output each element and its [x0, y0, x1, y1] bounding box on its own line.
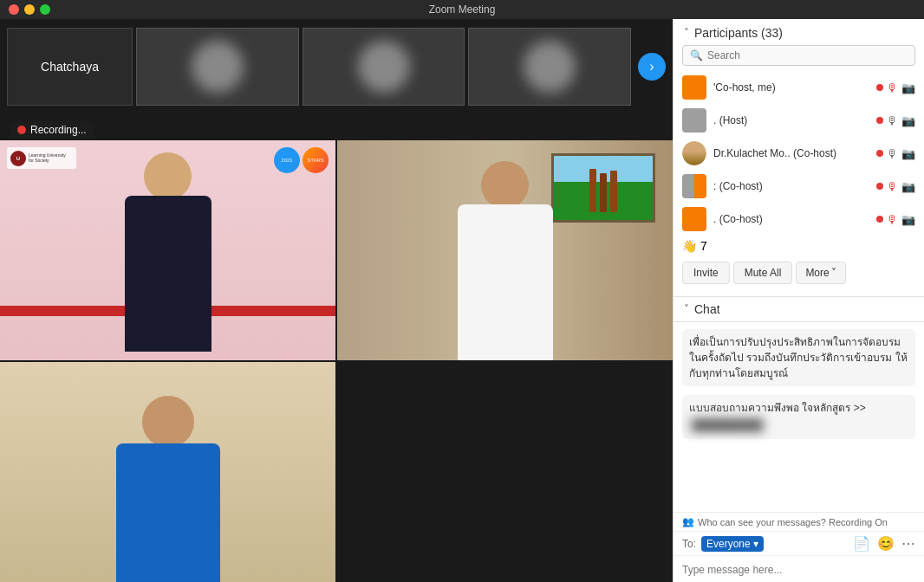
person1-figure: [90, 140, 246, 360]
participants-search-box[interactable]: 🔍: [682, 45, 915, 66]
mic-muted-icon: 🎙: [887, 213, 898, 226]
person1-head: [144, 152, 192, 200]
stars-rating-badge: STARS: [303, 147, 329, 173]
person3-figure: [116, 370, 220, 582]
video-muted-icon: 📷: [901, 213, 915, 226]
chat-message: แบบสอบถามความพึงพอ ใจหลักสูตร >> ▓▓▓▓▓▓▓…: [682, 395, 915, 439]
participant-row[interactable]: 'Co-host, me) 🎙 📷: [673, 71, 924, 104]
emoji-row: 👋 7: [673, 236, 924, 256]
thumbnail-name: Chatchaya: [41, 60, 99, 74]
thumbnail-item-2[interactable]: [303, 28, 465, 106]
search-icon: 🔍: [690, 49, 703, 61]
chat-header: ˅ Chat: [673, 297, 924, 322]
participant-controls: 🎙 📷: [876, 81, 915, 94]
thumbnail-item-1[interactable]: [136, 28, 299, 106]
participant-list: 'Co-host, me) 🎙 📷 . (Host) 🎙 📷: [673, 71, 924, 236]
participant-avatar: [682, 141, 706, 165]
recording-dot: [17, 126, 26, 134]
video-cell-person2[interactable]: [337, 140, 673, 360]
participant-avatar: [682, 207, 706, 231]
thumbnail-avatar-1: [192, 41, 244, 93]
thumbnail-group: [136, 28, 631, 106]
participant-row[interactable]: : (Co-host) 🎙 📷: [673, 170, 924, 203]
person3-body: [116, 443, 220, 582]
thumbnail-avatar-2: [358, 41, 410, 93]
chevron-down-icon: ˅: [831, 267, 836, 279]
chat-messages: เพื่อเป็นการปรับปรุงประสิทธิภาพในการจัดอ…: [673, 322, 924, 512]
mic-muted-icon: 🎙: [887, 81, 898, 94]
mic-icon: 🎙: [887, 114, 898, 127]
video-grid: U Learning Universityfor Society 2021 ST…: [0, 140, 673, 582]
active-dot: [876, 183, 883, 190]
horse-silhouette: [610, 171, 617, 212]
minimize-button[interactable]: [24, 4, 35, 15]
close-button[interactable]: [9, 4, 19, 15]
participant-name: : (Co-host): [713, 180, 869, 192]
chat-recipient-button[interactable]: Everyone ▾: [701, 536, 764, 552]
participants-search-input[interactable]: [707, 49, 908, 61]
year-badge: 2021: [274, 147, 300, 173]
thumbnail-avatar-3: [524, 41, 576, 93]
horse-silhouette: [589, 169, 596, 212]
chat-visibility-text: Who can see your messages? Recording On: [698, 517, 888, 527]
participant-avatar: [682, 75, 706, 100]
participant-row[interactable]: . (Host) 🎙 📷: [673, 104, 924, 137]
painting-frame: [551, 153, 655, 223]
participant-face: [682, 141, 706, 165]
invite-button[interactable]: Invite: [682, 262, 730, 284]
video-icon: 📷: [901, 114, 915, 127]
chat-collapse-icon[interactable]: ˅: [684, 303, 689, 315]
horse-silhouette: [600, 173, 607, 212]
fullscreen-button[interactable]: [40, 4, 50, 15]
chevron-right-icon: ›: [649, 59, 654, 74]
active-dot: [876, 150, 883, 157]
video-cell-person1[interactable]: U Learning Universityfor Society 2021 ST…: [0, 140, 335, 360]
video-cell-empty: [337, 362, 673, 582]
person2-head: [481, 161, 529, 209]
traffic-lights: [9, 4, 50, 15]
window-title: Zoom Meeting: [429, 3, 496, 16]
blurred-link: ▓▓▓▓▓▓▓▓▓▓: [689, 416, 765, 434]
chat-title: Chat: [694, 302, 720, 316]
people-icon: 👥: [682, 516, 694, 527]
thumbnail-chatchaya[interactable]: Chatchaya: [7, 28, 133, 106]
video-muted-icon: 📷: [901, 81, 915, 94]
chat-message-text: เพื่อเป็นการปรับปรุงประสิทธิภาพในการจัดอ…: [682, 329, 915, 386]
participant-name: 'Co-host, me): [713, 81, 869, 94]
logo-text: Learning Universityfor Society: [29, 153, 66, 163]
thumbnail-item-3[interactable]: [468, 28, 631, 106]
participant-controls: 🎙 📷: [876, 213, 915, 226]
mute-all-button[interactable]: Mute All: [733, 262, 793, 284]
chat-action-icons: 📄 😊 ⋯: [853, 535, 915, 552]
right-panel: ˅ Participants (33) 🔍 'Co-host, me) 🎙 📷: [673, 19, 924, 582]
next-thumbnail-button[interactable]: ›: [638, 53, 666, 81]
chat-to-row: To: Everyone ▾ 📄 😊 ⋯: [673, 531, 924, 555]
chat-recipient-label: Everyone: [706, 538, 751, 550]
person2-body: [458, 204, 553, 360]
more-options-icon[interactable]: ⋯: [901, 535, 915, 552]
file-attach-icon[interactable]: 📄: [853, 535, 870, 552]
participant-row[interactable]: Dr.Kulachet Mo.. (Co-host) 🎙 📷: [673, 137, 924, 170]
active-dot: [876, 117, 883, 124]
chat-section: ˅ Chat เพื่อเป็นการปรับปรุงประสิทธิภาพใน…: [673, 297, 924, 582]
participants-collapse-icon[interactable]: ˅: [684, 27, 689, 39]
more-button[interactable]: More ˅: [796, 262, 845, 284]
chevron-down-icon: ▾: [753, 538, 758, 550]
emoji-picker-icon[interactable]: 😊: [877, 535, 895, 552]
participant-row[interactable]: . (Co-host) 🎙 📷: [673, 203, 924, 236]
video-cell-person3[interactable]: [0, 362, 335, 582]
more-label: More: [805, 267, 829, 279]
chat-input-row[interactable]: [673, 555, 924, 582]
logo-icon: U: [10, 151, 26, 166]
active-dot: [876, 84, 883, 91]
university-logo: U Learning Universityfor Society: [7, 147, 76, 169]
participant-controls: 🎙 📷: [876, 114, 915, 127]
participant-name: . (Host): [713, 114, 869, 126]
chat-input[interactable]: [682, 564, 915, 576]
recording-badge: Recording...: [10, 121, 94, 139]
participant-controls: 🎙 📷: [876, 147, 915, 160]
participant-controls: 🎙 📷: [876, 180, 915, 193]
participant-avatar: [682, 108, 706, 133]
mic-muted-icon: 🎙: [887, 180, 898, 193]
participant-avatar-split: [682, 174, 706, 198]
